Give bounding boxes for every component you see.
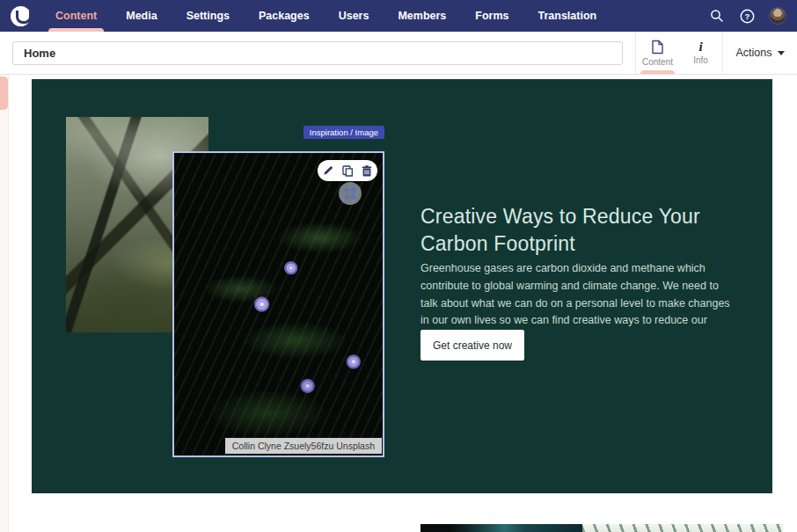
nav-item-settings[interactable]: Settings bbox=[179, 0, 237, 32]
edit-button[interactable] bbox=[323, 164, 334, 177]
tab-content-label: Content bbox=[642, 57, 673, 67]
actions-label: Actions bbox=[736, 47, 772, 59]
tab-info[interactable]: i Info bbox=[679, 32, 722, 74]
image-block-selected[interactable]: Collin Clyne Zsuely56fzu Unsplash bbox=[172, 151, 384, 457]
block-toolbar bbox=[318, 160, 377, 181]
nav-item-translation[interactable]: Translation bbox=[531, 0, 604, 32]
nav-item-members[interactable]: Members bbox=[391, 0, 453, 32]
nav-item-forms[interactable]: Forms bbox=[468, 0, 515, 32]
actions-button[interactable]: Actions bbox=[723, 32, 797, 74]
image-caption: Collin Clyne Zsuely56fzu Unsplash bbox=[225, 438, 382, 454]
section-nav: Content Media Settings Packages Users Me… bbox=[48, 0, 603, 32]
editor-tabs: Content i Info bbox=[635, 32, 723, 74]
tree-collapse-tab[interactable] bbox=[0, 77, 8, 110]
copy-button[interactable] bbox=[342, 164, 354, 177]
focal-point-icon bbox=[344, 187, 356, 200]
tree-panel-edge bbox=[0, 75, 9, 532]
nav-item-content[interactable]: Content bbox=[48, 0, 104, 32]
info-icon: i bbox=[698, 40, 702, 53]
help-icon[interactable]: ? bbox=[739, 8, 755, 24]
svg-text:?: ? bbox=[744, 11, 749, 21]
tab-content[interactable]: Content bbox=[636, 32, 679, 74]
next-block-image-dark[interactable] bbox=[420, 524, 582, 532]
hero-block: Inspiration / Image Collin Clyne Zsuely5… bbox=[32, 79, 772, 493]
page-title-input[interactable] bbox=[12, 41, 623, 65]
cta-button[interactable]: Get creative now bbox=[420, 330, 524, 361]
block-type-badge[interactable]: Inspiration / Image bbox=[303, 126, 384, 139]
user-avatar[interactable] bbox=[769, 7, 786, 25]
nav-item-packages[interactable]: Packages bbox=[252, 0, 317, 32]
top-navigation: Content Media Settings Packages Users Me… bbox=[0, 0, 797, 32]
nav-item-users[interactable]: Users bbox=[332, 0, 377, 32]
focal-point-button[interactable] bbox=[339, 182, 362, 205]
next-block-image-light[interactable] bbox=[582, 524, 783, 532]
chevron-down-icon bbox=[778, 51, 785, 55]
editor-toolbar: Content i Info Actions bbox=[0, 32, 797, 75]
hero-heading: Creative Ways to Reduce Your Carbon Foot… bbox=[420, 203, 737, 258]
badge-group-label: Inspiration / bbox=[310, 128, 353, 137]
tab-info-label: Info bbox=[693, 55, 708, 65]
nav-item-media[interactable]: Media bbox=[119, 0, 164, 32]
umbraco-logo[interactable] bbox=[11, 6, 31, 26]
document-icon bbox=[651, 40, 664, 55]
badge-type-label: Image bbox=[355, 128, 378, 137]
delete-button[interactable] bbox=[362, 164, 373, 177]
search-icon[interactable] bbox=[709, 8, 725, 24]
